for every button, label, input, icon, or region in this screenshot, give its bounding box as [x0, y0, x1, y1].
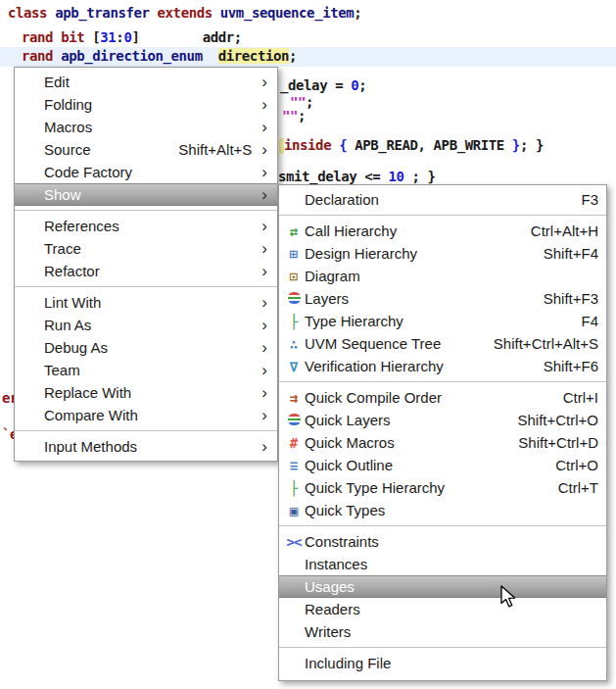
menu-item-label: Layers	[305, 290, 349, 307]
submenu-item-verification-hierarchy[interactable]: ∇Verification HierarchyShift+F6	[279, 355, 606, 377]
submenu-item-quick-outline[interactable]: ≡Quick OutlineCtrl+O	[279, 454, 606, 476]
mouse-cursor-icon	[500, 585, 517, 609]
menu-item-label: Macros	[44, 119, 92, 135]
submenu-item-uvm-sequence-tree[interactable]: ∴UVM Sequence TreeShift+Ctrl+Alt+S	[279, 332, 606, 355]
menu-item-debug-as[interactable]: Debug As›	[15, 336, 277, 359]
submenu-item-layers[interactable]: LayersShift+F3	[279, 287, 606, 310]
menu-item-input-methods[interactable]: Input Methods›	[15, 435, 277, 458]
menu-item-label: Diagram	[305, 268, 360, 284]
submenu-arrow-icon: ›	[261, 74, 267, 90]
submenu-arrow-icon: ›	[261, 96, 267, 113]
field-direction-highlighted: direction	[218, 48, 289, 64]
submenu-item-including-file[interactable]: Including File	[279, 652, 606, 674]
submenu-arrow-icon: ›	[261, 263, 267, 279]
menu-item-replace-with[interactable]: Replace With›	[15, 381, 277, 404]
submenu-item-type-hierarchy[interactable]: ├Type HierarchyF4	[279, 310, 606, 332]
menu-item-show[interactable]: Show›	[15, 183, 277, 206]
menu-item-label: Run As	[44, 317, 91, 333]
menu-item-label: Folding	[44, 96, 92, 113]
submenu-item-call-hierarchy[interactable]: ⇄Call HierarchyCtrl+Alt+H	[279, 220, 606, 242]
quick-layers-icon	[288, 414, 301, 425]
submenu-arrow-icon: ›	[261, 362, 267, 378]
show-submenu: DeclarationF3 ⇄Call HierarchyCtrl+Alt+H …	[278, 184, 607, 681]
submenu-item-quick-type-hierarchy[interactable]: ├Quick Type HierarchyCtrl+T	[279, 476, 606, 499]
menu-item-run-as[interactable]: Run As›	[15, 314, 277, 336]
menu-item-label: Edit	[44, 74, 70, 90]
submenu-item-readers[interactable]: Readers	[279, 598, 606, 620]
semicolon: ;	[289, 48, 297, 64]
code-fragment-transmit-delay[interactable]: smit_delay <= 10 ; }	[278, 169, 436, 184]
menu-item-shortcut: F3	[581, 191, 598, 208]
menu-item-label: Team	[44, 362, 80, 378]
menu-item-shortcut: Shift+F6	[544, 358, 598, 374]
uvm-sequence-tree-icon: ∴	[283, 337, 305, 351]
menu-item-label: Type Hierarchy	[305, 313, 403, 329]
context-menu: Edit› Folding› Macros› SourceShift+Alt+S…	[14, 67, 278, 462]
menu-item-team[interactable]: Team›	[15, 359, 277, 381]
punctuation: ; }	[403, 169, 435, 184]
code-line-class-decl[interactable]: class apb_transfer extends uvm_sequence_…	[8, 5, 361, 21]
menu-item-label: Usages	[305, 578, 355, 595]
brace: {	[331, 137, 355, 153]
submenu-item-design-hierarchy[interactable]: ⊞Design HierarchyShift+F4	[279, 242, 606, 265]
submenu-arrow-icon: ›	[261, 240, 267, 257]
keyword-rand: rand	[22, 48, 61, 64]
menu-item-source[interactable]: SourceShift+Alt+S›	[15, 138, 277, 161]
submenu-arrow-icon: ›	[261, 339, 267, 356]
quick-type-hierarchy-icon: ├	[283, 481, 305, 495]
submenu-item-writers[interactable]: Writers	[279, 620, 606, 643]
menu-item-references[interactable]: References›	[15, 215, 277, 237]
menu-item-macros[interactable]: Macros›	[15, 116, 277, 138]
no-icon	[288, 558, 301, 569]
menu-item-label: Quick Layers	[305, 412, 391, 428]
code-fragment-inside-constraint[interactable]: inside { APB_READ, APB_WRITE }; }	[279, 137, 544, 154]
menu-item-shortcut: Shift+Ctrl+O	[517, 412, 598, 428]
no-icon	[288, 193, 301, 205]
submenu-item-instances[interactable]: Instances	[279, 553, 606, 575]
menu-item-label: References	[44, 218, 119, 234]
code-fragment-delay[interactable]: _delay = 0;	[280, 77, 366, 93]
menu-item-trace[interactable]: Trace›	[15, 237, 277, 260]
semicolon: ;	[234, 29, 242, 45]
menu-item-label: Instances	[305, 556, 367, 572]
submenu-item-quick-layers[interactable]: Quick LayersShift+Ctrl+O	[279, 409, 606, 431]
menu-item-label: Lint With	[44, 294, 101, 311]
submenu-arrow-icon: ›	[261, 407, 267, 423]
menu-item-label: Quick Compile Order	[305, 389, 442, 406]
menu-item-lint-with[interactable]: Lint With›	[15, 291, 277, 314]
semicolon: ;	[298, 108, 306, 123]
menu-item-label: Writers	[305, 623, 351, 640]
menu-item-label: Quick Macros	[305, 434, 395, 451]
submenu-item-quick-macros[interactable]: #Quick MacrosShift+Ctrl+D	[279, 431, 606, 454]
submenu-arrow-icon: ›	[261, 186, 267, 203]
menu-separator	[279, 381, 606, 382]
submenu-item-diagram[interactable]: ⊡Diagram	[279, 265, 606, 287]
spacing	[139, 29, 202, 45]
submenu-item-quick-compile-order[interactable]: ⇉Quick Compile OrderCtrl+I	[279, 386, 606, 409]
base-class-name: uvm_sequence_item	[220, 5, 355, 21]
code-line-direction[interactable]: rand apb_direction_enum direction;	[22, 48, 297, 64]
menu-separator	[15, 286, 277, 287]
submenu-item-quick-types[interactable]: ▣Quick Types	[279, 499, 606, 521]
menu-item-label: Trace	[44, 240, 81, 257]
menu-item-code-factory[interactable]: Code Factory›	[15, 161, 277, 183]
menu-item-label: Show	[44, 186, 81, 203]
menu-item-shortcut: Ctrl+O	[555, 457, 598, 473]
menu-item-refactor[interactable]: Refactor›	[15, 260, 277, 282]
submenu-item-constraints[interactable]: ><Constraints	[279, 530, 606, 553]
keyword-extends: extends	[158, 5, 220, 21]
number-31: 31	[100, 29, 116, 45]
menu-item-shortcut: Ctrl+T	[558, 479, 598, 496]
menu-item-edit[interactable]: Edit›	[15, 71, 277, 93]
code-fragment-string2[interactable]: "";	[282, 108, 306, 123]
keyword-rand-bit: rand bit	[22, 29, 92, 45]
code-line-addr[interactable]: rand bit [31:0] addr;	[22, 29, 242, 45]
menu-item-folding[interactable]: Folding›	[15, 93, 277, 116]
menu-item-label: Design Hierarchy	[305, 245, 417, 262]
ide-screen: class apb_transfer extends uvm_sequence_…	[0, 0, 616, 689]
menu-item-compare-with[interactable]: Compare With›	[15, 404, 277, 426]
menu-item-label: Readers	[305, 601, 360, 617]
menu-item-shortcut: Shift+F3	[544, 290, 598, 307]
submenu-item-usages[interactable]: Usages	[279, 575, 606, 598]
submenu-item-declaration[interactable]: DeclarationF3	[279, 188, 606, 211]
